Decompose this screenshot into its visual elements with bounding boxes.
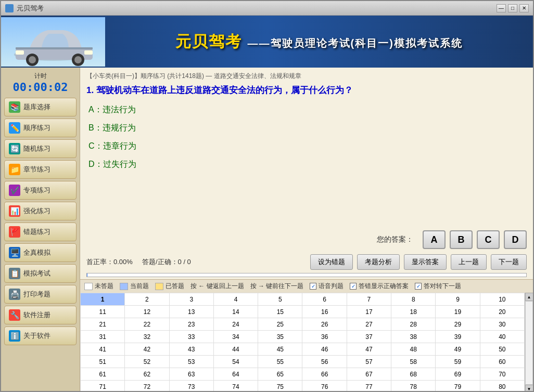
question-number-cell[interactable]: 43 [169,343,213,356]
scroll-down-button[interactable]: ▼ [525,385,533,392]
question-number-cell[interactable]: 45 [258,343,302,356]
question-number-cell[interactable]: 44 [213,343,258,356]
prev-question-button[interactable]: 上一题 [451,254,487,270]
question-number-cell[interactable]: 77 [347,381,391,393]
question-number-cell[interactable]: 34 [213,331,258,343]
answer-btn-a[interactable]: A [423,230,446,249]
title-bar-controls[interactable]: — □ ✕ [497,4,529,12]
question-number-cell[interactable]: 72 [125,381,169,393]
question-number-cell[interactable]: 31 [81,331,125,343]
question-number-cell[interactable]: 3 [169,293,213,306]
sidebar-btn-chapter[interactable]: 📁 章节练习 [4,160,77,179]
question-number-cell[interactable]: 78 [391,381,436,393]
question-number-cell[interactable]: 74 [213,381,258,393]
question-number-cell[interactable]: 40 [480,331,524,343]
question-number-cell[interactable]: 70 [480,368,524,381]
question-number-cell[interactable]: 73 [169,381,213,393]
question-number-cell[interactable]: 41 [81,343,125,356]
answer-btn-b[interactable]: B [450,230,473,249]
question-number-cell[interactable]: 46 [302,343,347,356]
sidebar-btn-mistakes[interactable]: 🚩 错题练习 [4,223,77,241]
mark-mistake-button[interactable]: 设为错题 [310,254,353,270]
question-number-cell[interactable]: 24 [213,318,258,331]
question-number-cell[interactable]: 10 [480,293,524,306]
next-question-button[interactable]: 下一题 [491,254,527,270]
question-number-cell[interactable]: 21 [81,318,125,331]
show-answer-button[interactable]: 显示答案 [404,254,447,270]
question-number-cell[interactable]: 33 [169,331,213,343]
question-number-cell[interactable]: 39 [436,331,480,343]
question-number-cell[interactable]: 22 [125,318,169,331]
question-number-cell[interactable]: 59 [436,356,480,368]
question-number-cell[interactable]: 63 [169,368,213,381]
sidebar-btn-about[interactable]: ℹ️ 关于软件 [4,326,77,345]
question-number-cell[interactable]: 71 [81,381,125,393]
question-number-cell[interactable]: 15 [258,306,302,318]
question-number-cell[interactable]: 5 [258,293,302,306]
question-number-cell[interactable]: 48 [391,343,436,356]
sidebar-btn-mock-exam[interactable]: 📋 模拟考试 [4,264,77,283]
question-number-cell[interactable]: 80 [480,381,524,393]
question-number-cell[interactable]: 57 [347,356,391,368]
question-number-cell[interactable]: 58 [391,356,436,368]
question-number-cell[interactable]: 29 [436,318,480,331]
voice-checkbox[interactable]: ✓ [310,283,316,290]
analyze-button[interactable]: 考题分析 [357,254,400,270]
question-number-cell[interactable]: 8 [391,293,436,306]
question-number-cell[interactable]: 2 [125,293,169,306]
question-number-cell[interactable]: 26 [302,318,347,331]
scroll-up-button[interactable]: ▲ [525,293,533,301]
sidebar-btn-print[interactable]: 🖨️ 打印考题 [4,285,77,304]
auto-next-checkbox[interactable]: ✓ [415,283,422,290]
question-number-cell[interactable]: 7 [347,293,391,306]
answer-option-a[interactable]: A：违法行为 [86,103,527,116]
question-number-cell[interactable]: 60 [480,356,524,368]
question-number-cell[interactable]: 32 [125,331,169,343]
question-number-cell[interactable]: 6 [302,293,347,306]
question-number-cell[interactable]: 20 [480,306,524,318]
question-number-cell[interactable]: 23 [169,318,213,331]
question-number-cell[interactable]: 35 [258,331,302,343]
question-number-cell[interactable]: 79 [436,381,480,393]
question-number-cell[interactable]: 50 [480,343,524,356]
question-number-cell[interactable]: 36 [302,331,347,343]
question-number-cell[interactable]: 30 [480,318,524,331]
question-number-cell[interactable]: 54 [213,356,258,368]
question-number-cell[interactable]: 12 [125,306,169,318]
sidebar-btn-sequential[interactable]: ✏️ 顺序练习 [4,119,77,137]
question-number-cell[interactable]: 52 [125,356,169,368]
question-number-cell[interactable]: 55 [258,356,302,368]
question-number-cell[interactable]: 11 [81,306,125,318]
question-number-cell[interactable]: 28 [391,318,436,331]
question-number-cell[interactable]: 68 [391,368,436,381]
question-number-cell[interactable]: 61 [81,368,125,381]
sidebar-btn-question-bank[interactable]: 📚 题库选择 [4,98,77,116]
question-number-cell[interactable]: 53 [169,356,213,368]
maximize-button[interactable]: □ [508,4,517,12]
question-number-cell[interactable]: 75 [258,381,302,393]
question-number-cell[interactable]: 27 [347,318,391,331]
answer-btn-c[interactable]: C [477,230,500,249]
question-number-cell[interactable]: 18 [391,306,436,318]
question-number-cell[interactable]: 49 [436,343,480,356]
scrollbar[interactable]: ▲ ▼ [525,293,533,392]
answer-btn-d[interactable]: D [504,230,527,249]
question-number-cell[interactable]: 65 [258,368,302,381]
question-number-cell[interactable]: 66 [302,368,347,381]
minimize-button[interactable]: — [497,4,506,12]
question-number-cell[interactable]: 62 [125,368,169,381]
question-number-cell[interactable]: 13 [169,306,213,318]
show-correct-checkbox-group[interactable]: ✓ 答错显示正确答案 [350,282,409,291]
question-number-cell[interactable]: 42 [125,343,169,356]
answer-option-d[interactable]: D：过失行为 [86,158,527,171]
question-number-cell[interactable]: 16 [302,306,347,318]
question-number-cell[interactable]: 14 [213,306,258,318]
answer-option-c[interactable]: C：违章行为 [86,140,527,153]
sidebar-btn-random[interactable]: 🔄 随机练习 [4,139,77,158]
question-number-cell[interactable]: 38 [391,331,436,343]
voice-checkbox-group[interactable]: ✓ 语音判题 [310,282,344,291]
question-number-cell[interactable]: 25 [258,318,302,331]
question-number-cell[interactable]: 64 [213,368,258,381]
question-number-cell[interactable]: 67 [347,368,391,381]
show-correct-checkbox[interactable]: ✓ [350,283,357,290]
